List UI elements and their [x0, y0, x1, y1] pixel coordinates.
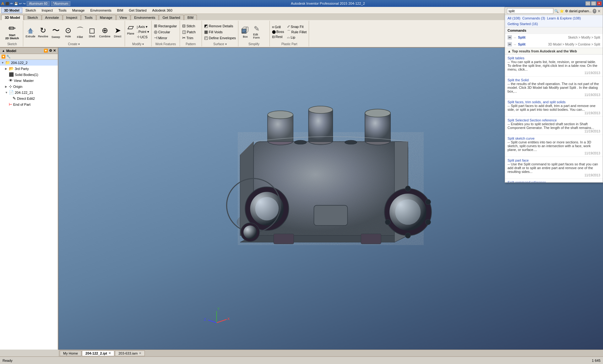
- tab-commands[interactable]: Commands (3): [522, 16, 545, 20]
- tree-item-direct-edit2[interactable]: ✎ Direct Edit2: [0, 95, 58, 101]
- help-icon[interactable]: ?: [593, 9, 596, 13]
- tree-item-origin[interactable]: ▶ ⊹ Origin: [0, 83, 58, 89]
- tab-file2-close[interactable]: ✕: [139, 351, 141, 355]
- menu-environments[interactable]: Environments: [88, 8, 114, 13]
- trim-button[interactable]: ✂Trim: [181, 35, 200, 40]
- tab-home-button[interactable]: My Home: [60, 351, 81, 356]
- command-name-split-2: Split: [518, 42, 525, 46]
- style-dropdown[interactable]: *Aluminum: [51, 1, 70, 6]
- menu-adodesk360[interactable]: Adodesk 360: [150, 8, 175, 13]
- snap-fit-button[interactable]: ⤢Snap Fit: [286, 24, 307, 29]
- tree-item-endofpart[interactable]: ⊢ End of Part: [0, 101, 58, 107]
- define-envelopes-button[interactable]: ◰Define Envelopes: [203, 35, 237, 40]
- tree-filter-icon[interactable]: 🔽: [1, 55, 6, 59]
- rest-button[interactable]: ⊟Rest: [271, 35, 285, 39]
- tab-annotate[interactable]: Annotate: [42, 15, 62, 20]
- quick-tool-1[interactable]: ⬛: [5, 2, 9, 5]
- axis-button[interactable]: |Axis ▾: [136, 24, 150, 29]
- grill-button[interactable]: ≡Grill: [271, 25, 285, 29]
- quick-tool-4[interactable]: ↩: [19, 2, 22, 5]
- quick-tool-5[interactable]: ↪: [23, 2, 25, 5]
- web-result-desc-6: -- Use the Split command to split part f…: [508, 162, 600, 174]
- tab-all[interactable]: All (108): [508, 16, 520, 20]
- tree-tool-icon[interactable]: 🔧: [6, 55, 11, 59]
- material-dropdown[interactable]: Aluminum 60: [27, 1, 49, 6]
- settings-icon-panel[interactable]: ⚙: [565, 9, 568, 13]
- revolve-button[interactable]: ↻ Revolve: [37, 25, 49, 39]
- web-result-link-3[interactable]: Split faces, trim solids, and split soli…: [508, 100, 566, 104]
- patch-button[interactable]: ◫Patch: [181, 29, 200, 35]
- tab-getting-started[interactable]: Getting Started (16): [508, 22, 538, 26]
- rule-fillet-button[interactable]: ⌒Rule Fillet: [286, 29, 307, 35]
- tree-item-solidbodies[interactable]: ⬛ Solid Bodies(1): [0, 72, 58, 78]
- menu-manage[interactable]: Manage: [70, 8, 87, 13]
- web-result-link-5[interactable]: Split sketch curve: [508, 136, 535, 140]
- filter-icon[interactable]: 🔽: [44, 49, 48, 53]
- quick-tool-3[interactable]: 💾: [14, 2, 18, 5]
- tab-bim[interactable]: BIM: [184, 15, 197, 20]
- ucs-button[interactable]: ⊹UCS: [136, 35, 150, 39]
- tab-view[interactable]: View: [116, 15, 131, 20]
- web-result-link-6[interactable]: Split part face: [508, 158, 529, 162]
- tab-3dmodel[interactable]: 3D Model: [1, 15, 24, 20]
- start-2d-sketch-button[interactable]: ✏ Start2D Sketch: [4, 21, 20, 42]
- command-item-split-model[interactable]: ✂ -- Split 3D Model > Modify > Combine >…: [505, 41, 603, 48]
- edit-form-button[interactable]: ✎ EditForm: [252, 24, 261, 40]
- tab-manage[interactable]: Manage: [96, 15, 116, 20]
- extrude-button[interactable]: Extrude: [24, 25, 36, 39]
- combine-button[interactable]: ⊕ Combine: [98, 25, 111, 39]
- box-button[interactable]: Box: [240, 25, 251, 39]
- tab-learn[interactable]: Learn & Explore (108): [547, 16, 581, 20]
- tab-file1[interactable]: 204-122_2.ipt ✕: [82, 351, 114, 356]
- menu-tools[interactable]: Tools: [56, 8, 69, 13]
- fillet-button[interactable]: ⌒ Fillet: [74, 24, 86, 40]
- settings-icon[interactable]: ⚙: [49, 49, 52, 53]
- mirror-button[interactable]: ⊣Mirror: [153, 35, 178, 40]
- tab-inspect[interactable]: Inspect: [63, 15, 81, 20]
- remove-details-button[interactable]: ◩Remove Details: [203, 23, 237, 29]
- sweep-button[interactable]: 〜 Sweep: [50, 24, 62, 40]
- maximize-button[interactable]: □: [591, 1, 596, 6]
- tab-environments[interactable]: Environments: [131, 15, 159, 20]
- tree-item-root[interactable]: ▼ 📁 204-122_2: [0, 60, 58, 66]
- menu-sketch[interactable]: Sketch: [23, 8, 39, 13]
- plane-button[interactable]: ▱ Plane: [126, 21, 135, 36]
- tab-file2[interactable]: 203-633.iam ✕: [115, 351, 145, 356]
- circular-button[interactable]: ◎Circular: [153, 29, 178, 35]
- rectangular-button[interactable]: ⊞Rectangular: [153, 23, 178, 29]
- menu-inspect[interactable]: Inspect: [39, 8, 55, 13]
- close-button[interactable]: ✕: [597, 1, 602, 6]
- stitch-button[interactable]: ⊟Stitch: [181, 23, 200, 29]
- quick-tool-2[interactable]: ✏: [10, 2, 13, 5]
- close-search-button[interactable]: ✕: [597, 9, 601, 13]
- point-button[interactable]: ·Point ▾: [136, 29, 150, 34]
- panel-collapse-icon[interactable]: ▲: [2, 49, 5, 52]
- tab-tools[interactable]: Tools: [81, 15, 96, 20]
- tree-item-3rdparty[interactable]: ▶ 📂 3rd Party: [0, 66, 58, 72]
- web-result-link-4[interactable]: Split Selected Section reference: [508, 118, 557, 122]
- menu-getstarted[interactable]: Get Started: [126, 8, 149, 13]
- tab-file1-close[interactable]: ✕: [108, 351, 111, 355]
- lip-button[interactable]: ⌓Lip: [286, 35, 307, 40]
- tree-item-204-122-21[interactable]: ▼ 📄 204-122_21: [0, 89, 58, 95]
- star-icon[interactable]: ⭐: [560, 9, 564, 13]
- direct-button[interactable]: ➤ Direct: [112, 25, 123, 39]
- hole-button[interactable]: ⊙ Hole: [62, 25, 74, 39]
- search-icon[interactable]: 🔍: [554, 9, 559, 13]
- tab-sketch[interactable]: Sketch: [24, 15, 41, 20]
- web-result-link-1[interactable]: Split tables: [508, 56, 524, 60]
- menu-bim[interactable]: BIM: [115, 8, 126, 13]
- tab-getstarted[interactable]: Get Started: [159, 15, 183, 20]
- command-item-split-sketch[interactable]: ✂ -- Split Sketch > Modify > Split: [505, 34, 603, 41]
- menu-3dmodel[interactable]: 3D Model: [1, 8, 22, 13]
- tab-file2-label: 203-633.iam: [118, 351, 138, 355]
- tree-item-viewmaster[interactable]: 👁 View: Master: [0, 78, 58, 83]
- search-panel-input[interactable]: [507, 8, 553, 14]
- close-panel-icon[interactable]: ✕: [53, 49, 56, 53]
- minimize-button[interactable]: ─: [585, 1, 590, 6]
- boss-button[interactable]: ⬤Boss: [271, 29, 285, 34]
- fill-voids-button[interactable]: ▦Fill Voids: [203, 29, 237, 35]
- shell-button[interactable]: ◻ Shell: [86, 25, 98, 39]
- web-result-link-7[interactable]: Split command reference: [508, 180, 546, 183]
- web-result-link-2[interactable]: Split the Solid: [508, 78, 529, 82]
